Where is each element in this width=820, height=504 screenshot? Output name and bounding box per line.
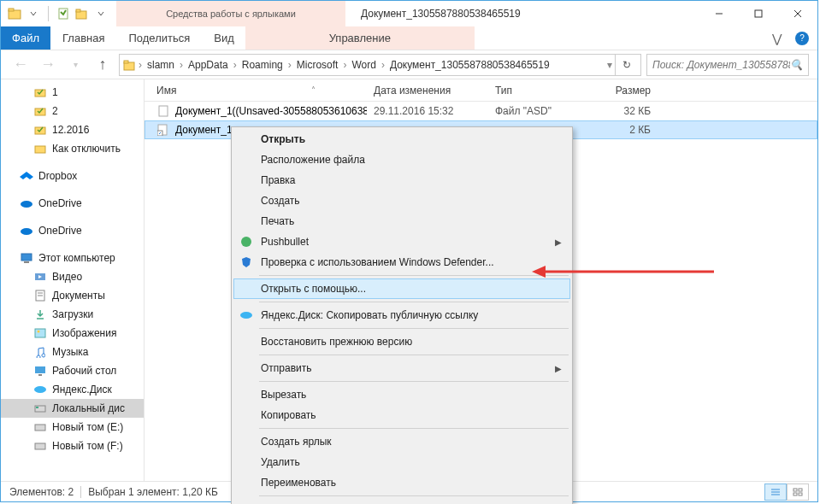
sidebar-item-label: 2 bbox=[52, 105, 58, 117]
tab-manage[interactable]: Управление bbox=[245, 26, 475, 50]
ribbon-expand-icon[interactable]: ⋁ bbox=[772, 32, 782, 45]
sidebar-item-volume-f[interactable]: Новый том (F:) bbox=[1, 437, 144, 455]
menu-pushbullet[interactable]: Pushbullet▶ bbox=[233, 231, 570, 252]
tab-home[interactable]: Главная bbox=[50, 26, 116, 50]
breadcrumb-item[interactable]: Roaming bbox=[239, 59, 286, 71]
chevron-right-icon[interactable]: › bbox=[341, 59, 348, 71]
svg-point-29 bbox=[34, 386, 46, 393]
menu-yandex[interactable]: Яндекс.Диск: Скопировать публичную ссылк… bbox=[233, 305, 570, 325]
menu-defender[interactable]: Проверка с использованием Windows Defend… bbox=[233, 252, 570, 273]
menu-separator bbox=[259, 495, 569, 496]
details-view-button[interactable] bbox=[764, 483, 787, 501]
navigation-pane[interactable]: 1 2 12.2016 Как отключить Dropbox OneDri… bbox=[1, 79, 145, 481]
breadcrumb[interactable]: › slamn› AppData› Roaming› Microsoft› Wo… bbox=[119, 54, 641, 76]
sidebar-item-label: Dropbox bbox=[38, 170, 77, 182]
menu-label: Открыть с помощью... bbox=[261, 283, 366, 295]
menu-print[interactable]: Печать bbox=[233, 211, 570, 231]
sidebar-item-label: Новый том (F:) bbox=[52, 440, 123, 452]
sidebar-item-qa[interactable]: 2 bbox=[1, 102, 144, 120]
sidebar-item-videos[interactable]: Видео bbox=[1, 267, 144, 286]
contextual-tool-label: Средства работы с ярлыками bbox=[166, 9, 296, 19]
sidebar-item-volume-e[interactable]: Новый том (E:) bbox=[1, 418, 144, 437]
menu-separator bbox=[259, 428, 569, 429]
chevron-right-icon[interactable]: › bbox=[380, 59, 386, 71]
chevron-right-icon[interactable]: › bbox=[232, 59, 239, 71]
pc-icon bbox=[20, 251, 33, 265]
menu-file-location[interactable]: Расположение файла bbox=[233, 149, 570, 170]
menu-create[interactable]: Создать bbox=[233, 190, 570, 211]
minimize-button[interactable] bbox=[699, 1, 739, 26]
sidebar-item-onedrive[interactable]: OneDrive bbox=[1, 194, 144, 213]
file-row[interactable]: Документ_1((Unsaved-305588053610638... 2… bbox=[145, 102, 817, 120]
sidebar-item-documents[interactable]: Документы bbox=[1, 286, 144, 305]
refresh-icon[interactable]: ↻ bbox=[615, 54, 637, 76]
menu-cut[interactable]: Вырезать bbox=[233, 384, 570, 405]
sidebar-item-qa[interactable]: 12.2016 bbox=[1, 120, 144, 139]
sidebar-item-label: OneDrive bbox=[38, 225, 82, 237]
svg-point-44 bbox=[241, 237, 251, 247]
window-controls bbox=[699, 1, 817, 26]
shield-icon bbox=[239, 255, 254, 270]
sidebar-item-qa[interactable]: Как отключить bbox=[1, 139, 144, 158]
search-icon[interactable]: 🔍 bbox=[790, 59, 803, 71]
menu-copy[interactable]: Копировать bbox=[233, 405, 570, 425]
column-name-label: Имя bbox=[156, 85, 176, 97]
menu-label: Печать bbox=[261, 215, 294, 227]
sidebar-item-qa[interactable]: 1 bbox=[1, 83, 144, 102]
maximize-button[interactable] bbox=[739, 1, 778, 26]
sidebar-item-dropbox[interactable]: Dropbox bbox=[1, 167, 144, 185]
column-name[interactable]: Имя˄ bbox=[150, 85, 367, 97]
breadcrumb-item[interactable]: Word bbox=[348, 59, 379, 71]
svg-rect-18 bbox=[24, 261, 29, 263]
chevron-right-icon[interactable]: › bbox=[137, 59, 144, 71]
breadcrumb-item[interactable]: AppData bbox=[185, 59, 232, 71]
tab-file[interactable]: Файл bbox=[1, 26, 50, 50]
menu-rename[interactable]: Переименовать bbox=[233, 472, 570, 493]
menu-properties[interactable]: Свойства bbox=[233, 499, 570, 504]
sidebar-item-yandexdisk[interactable]: Яндекс.Диск bbox=[1, 380, 144, 399]
tab-share[interactable]: Поделиться bbox=[116, 26, 202, 50]
up-button[interactable]: ↑ bbox=[91, 54, 114, 76]
svg-rect-32 bbox=[35, 425, 45, 431]
menu-edit[interactable]: Правка bbox=[233, 170, 570, 190]
dropdown-icon[interactable]: ▾ bbox=[604, 59, 616, 71]
chevron-right-icon[interactable]: › bbox=[178, 59, 185, 71]
down-arrow-icon[interactable] bbox=[27, 7, 40, 21]
column-size[interactable]: Размер bbox=[591, 85, 659, 97]
menu-send-to[interactable]: Отправить▶ bbox=[233, 358, 570, 378]
sidebar-item-downloads[interactable]: Загрузки bbox=[1, 305, 144, 324]
menu-delete[interactable]: Удалить bbox=[233, 452, 570, 472]
column-type[interactable]: Тип bbox=[488, 85, 591, 97]
sidebar-item-music[interactable]: Музыка bbox=[1, 343, 144, 361]
breadcrumb-item[interactable]: slamn bbox=[144, 59, 178, 71]
svg-rect-34 bbox=[159, 106, 168, 116]
sidebar-item-pictures[interactable]: Изображения bbox=[1, 324, 144, 343]
properties-icon[interactable] bbox=[56, 7, 70, 21]
new-folder-icon[interactable] bbox=[75, 7, 89, 21]
back-button[interactable]: ← bbox=[9, 54, 32, 76]
icons-view-button[interactable] bbox=[787, 483, 809, 501]
chevron-right-icon[interactable]: › bbox=[286, 59, 293, 71]
menu-create-shortcut[interactable]: Создать ярлык bbox=[233, 431, 570, 452]
sidebar-item-desktop[interactable]: Рабочий стол bbox=[1, 361, 144, 380]
breadcrumb-item[interactable]: Документ_1305587880538465519 bbox=[386, 59, 553, 71]
sidebar-item-localdisk[interactable]: Локальный дис bbox=[1, 399, 144, 418]
breadcrumb-item[interactable]: Microsoft bbox=[293, 59, 342, 71]
down-arrow-icon[interactable] bbox=[94, 7, 108, 21]
column-date[interactable]: Дата изменения bbox=[367, 85, 488, 97]
tab-view[interactable]: Вид bbox=[202, 26, 246, 50]
pushbullet-icon bbox=[239, 234, 254, 249]
menu-restore[interactable]: Восстановить прежнюю версию bbox=[233, 331, 570, 352]
search-box[interactable]: 🔍 bbox=[646, 54, 809, 76]
menu-open[interactable]: Открыть bbox=[233, 129, 570, 149]
sidebar-item-thispc[interactable]: Этот компьютер bbox=[1, 249, 144, 267]
sidebar-item-label: Новый том (E:) bbox=[52, 421, 123, 433]
help-icon[interactable]: ? bbox=[795, 32, 809, 45]
sidebar-item-label: Видео bbox=[52, 271, 82, 283]
forward-button[interactable]: → bbox=[37, 54, 59, 76]
menu-open-with[interactable]: Открыть с помощью... bbox=[233, 278, 570, 299]
recent-locations-button[interactable]: ▾ bbox=[64, 54, 86, 76]
close-button[interactable] bbox=[778, 1, 817, 26]
search-input[interactable] bbox=[652, 59, 790, 71]
sidebar-item-onedrive[interactable]: OneDrive bbox=[1, 221, 144, 240]
